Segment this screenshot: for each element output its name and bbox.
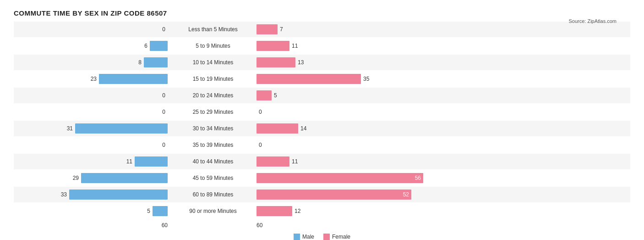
right-section: 7 [257,24,630,34]
male-value: 5 [141,208,150,214]
male-bar-container: 33 [30,190,168,200]
bar-label: 35 to 39 Minutes [169,142,257,148]
male-bar-container: 0 [30,24,168,34]
male-value: 23 [87,76,97,82]
female-bar [257,206,292,216]
female-value: 13 [298,59,307,66]
male-legend-label: Male [302,234,314,240]
male-value: 0 [156,109,165,115]
female-value: 12 [295,208,304,214]
female-value-inside: 52 [403,191,411,198]
female-value: 0 [259,109,268,115]
female-value: 0 [259,142,268,148]
female-value: 11 [292,158,301,165]
source-label: Source: ZipAtlas.com [568,18,617,24]
left-section: 8 [14,57,169,67]
male-bar-container: 31 [30,123,168,134]
female-bar [257,74,361,84]
male-value: 11 [123,158,132,165]
legend-male: Male [294,234,314,240]
left-section: 29 [14,173,169,183]
right-section: 11 [257,41,630,51]
chart-row: 5 90 or more Minutes 12 [14,203,630,219]
female-value: 7 [280,26,289,33]
female-bar: 56 [257,173,423,183]
male-bar-container: 0 [30,140,168,150]
bar-label: 45 to 59 Minutes [169,175,257,181]
chart-title: COMMUTE TIME BY SEX IN ZIP CODE 86507 [14,9,630,17]
male-value: 0 [156,142,165,148]
chart-row: 0 35 to 39 Minutes 0 [14,137,630,153]
left-section: 0 [14,90,169,100]
chart-row: 8 10 to 14 Minutes 13 [14,55,630,70]
male-legend-box [294,234,300,240]
legend: Male Female [14,234,630,240]
female-legend-box [323,234,330,240]
chart-row: 0 Less than 5 Minutes 7 [14,22,630,37]
bar-label: 5 to 9 Minutes [169,43,257,49]
right-section: 56 [257,173,630,183]
bar-label: 25 to 29 Minutes [169,109,257,115]
axis-row: 60 60 [14,221,630,230]
male-value: 0 [156,26,165,33]
left-section: 0 [14,24,169,34]
male-bar-container: 0 [30,107,168,117]
axis-right-label: 60 [257,222,630,229]
chart-container: 0 Less than 5 Minutes 7 6 5 to 9 Minutes [14,22,630,230]
left-section: 0 [14,107,169,117]
left-section: 31 [14,123,169,134]
left-section: 33 [14,190,169,200]
right-section: 14 [257,123,630,134]
male-value: 6 [138,43,147,49]
female-value: 35 [363,76,372,82]
male-value: 8 [132,59,142,66]
right-section: 11 [257,156,630,167]
male-bar [144,57,168,67]
male-bar [99,74,168,84]
legend-female: Female [323,234,350,240]
axis-left-label: 60 [14,222,169,229]
left-section: 0 [14,140,169,150]
male-bar-container: 0 [30,90,168,100]
bar-label: 60 to 89 Minutes [169,191,257,198]
male-bar [81,173,168,183]
female-bar [257,156,289,167]
male-value: 33 [58,191,67,198]
chart-row: 31 30 to 34 Minutes 14 [14,121,630,136]
chart-row: 23 15 to 19 Minutes 35 [14,71,630,87]
female-bar: 52 [257,190,411,200]
bar-label: 30 to 34 Minutes [169,125,257,132]
chart-row: 33 60 to 89 Minutes 52 [14,187,630,202]
female-value: 5 [274,92,283,99]
left-section: 11 [14,156,169,167]
right-section: 13 [257,57,630,67]
right-section: 12 [257,206,630,216]
female-bar [257,24,278,34]
male-value: 31 [64,125,73,132]
male-bar [69,190,168,200]
male-bar-container: 8 [30,57,168,67]
chart-row: 29 45 to 59 Minutes 56 [14,170,630,186]
female-bar [257,57,295,67]
female-bar [257,41,289,51]
female-value-inside: 56 [415,175,423,181]
bar-label: 90 or more Minutes [169,208,257,214]
male-value: 29 [70,175,79,181]
left-section: 23 [14,74,169,84]
chart-row: 0 25 to 29 Minutes 0 [14,104,630,120]
bar-label: Less than 5 Minutes [169,26,257,33]
chart-row: 0 20 to 24 Minutes 5 [14,88,630,103]
male-bar [150,41,168,51]
bar-label: 15 to 19 Minutes [169,76,257,82]
male-value: 0 [156,92,165,99]
right-section: 0 [257,140,630,150]
right-section: 5 [257,90,630,100]
female-bar [257,90,272,100]
female-value: 11 [292,43,301,49]
female-value: 14 [300,125,310,132]
chart-row: 11 40 to 44 Minutes 11 [14,154,630,169]
male-bar [135,156,168,167]
male-bar-container: 29 [30,173,168,183]
chart-row: 6 5 to 9 Minutes 11 [14,38,630,54]
right-section: 35 [257,74,630,84]
